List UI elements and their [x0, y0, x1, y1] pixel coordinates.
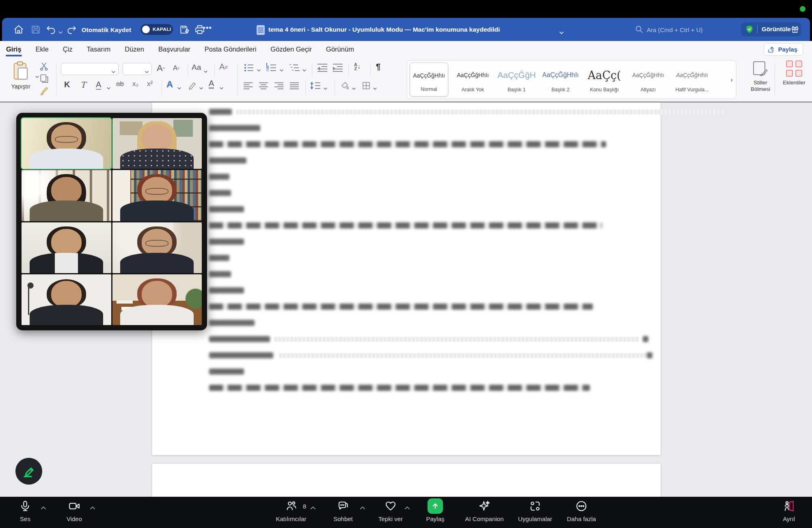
styles-scroll-arrow[interactable]: ›	[730, 76, 733, 84]
decrease-indent-icon[interactable]	[317, 63, 328, 72]
tab-gorunum[interactable]: Görünüm	[326, 42, 354, 56]
highlight-caret[interactable]	[199, 84, 203, 87]
chat-button[interactable]: Sohbet	[319, 499, 367, 522]
participants-menu-caret[interactable]	[310, 504, 316, 508]
participant-video-6[interactable]	[112, 222, 202, 273]
sort-icon[interactable]: AZ↓	[354, 62, 361, 71]
text-effects-button[interactable]: A	[166, 79, 173, 90]
styles-pane-button[interactable]: StillerBölmesi	[746, 60, 775, 93]
font-color-caret[interactable]	[219, 84, 224, 87]
redo-icon[interactable]	[66, 24, 77, 35]
increase-indent-icon[interactable]	[333, 63, 343, 72]
home-icon[interactable]	[13, 24, 24, 35]
bullet-list-caret[interactable]	[257, 66, 261, 69]
apps-button[interactable]: Uygulamalar	[511, 499, 559, 522]
annotate-pencil-button[interactable]	[15, 458, 42, 485]
tab-duzen[interactable]: Düzen	[124, 42, 145, 56]
video-button[interactable]: Video	[50, 499, 99, 522]
participant-video-5[interactable]	[22, 222, 111, 273]
line-spacing-caret[interactable]	[323, 84, 328, 87]
more-button[interactable]: Daha fazla	[557, 499, 606, 522]
change-case-button[interactable]: Aa	[192, 63, 208, 72]
style-konu-basligi[interactable]: AaÇç( Konu Başlığı	[585, 62, 624, 97]
share-document-button[interactable]: Paylaş	[764, 43, 803, 56]
video-menu-caret[interactable]	[90, 504, 95, 508]
clear-formatting-button[interactable]: A⌀	[219, 62, 228, 71]
paste-button[interactable]: Yapıştır	[7, 60, 34, 99]
grow-font-button[interactable]: A˄	[157, 63, 165, 73]
style-altyazi[interactable]: AaÇçĞğHhIı Altyazı	[629, 62, 667, 97]
style-aralik-yok[interactable]: AaÇçĞğHhIı Aralık Yok	[454, 62, 492, 97]
share-screen-button[interactable]: Paylaş	[411, 499, 460, 522]
show-paragraph-marks-icon[interactable]: ¶	[376, 62, 380, 71]
audio-button[interactable]: Ses	[1, 499, 50, 522]
shading-icon[interactable]	[340, 81, 350, 91]
undo-menu-caret[interactable]	[58, 28, 63, 32]
italic-button[interactable]: T	[80, 80, 86, 90]
underline-button[interactable]: A	[96, 80, 101, 90]
justify-icon[interactable]	[290, 82, 300, 91]
align-left-icon[interactable]	[244, 82, 253, 91]
text-effects-caret[interactable]	[177, 84, 181, 87]
more-commands-icon[interactable]: •••	[203, 23, 212, 32]
autosave-toggle[interactable]: KAPALI	[140, 24, 173, 35]
tab-ekle[interactable]: Ekle	[35, 42, 49, 56]
tab-giris[interactable]: Giriş	[6, 42, 22, 56]
superscript-button[interactable]: x²	[147, 80, 153, 88]
participant-video-1-active-speaker[interactable]	[22, 118, 111, 169]
ai-companion-button[interactable]: AI Companion	[460, 499, 509, 522]
underline-menu-caret[interactable]	[106, 84, 111, 87]
view-mode-group[interactable]: Görüntüle	[741, 22, 801, 37]
shading-caret[interactable]	[352, 84, 356, 87]
copy-icon[interactable]	[39, 78, 50, 85]
borders-caret[interactable]	[373, 84, 377, 87]
numbered-list-caret[interactable]	[279, 66, 284, 69]
bold-button[interactable]: K	[64, 80, 70, 89]
reactions-menu-caret[interactable]	[404, 504, 410, 508]
highlight-button[interactable]	[188, 81, 197, 91]
document-page-2[interactable]	[152, 464, 661, 497]
chat-menu-caret[interactable]	[360, 504, 365, 508]
subscript-button[interactable]: x₂	[132, 80, 138, 88]
save-as-icon[interactable]	[179, 24, 190, 35]
style-hafif-vurgulama[interactable]: AaÇçĞğHhIı Hafif Vurgula...	[673, 62, 711, 97]
style-baslik-1[interactable]: AaÇçĞğH Başlık 1	[497, 62, 536, 97]
align-right-icon[interactable]	[274, 82, 284, 91]
search-input[interactable]	[646, 24, 729, 36]
document-page-1[interactable]	[152, 102, 661, 455]
audio-menu-caret[interactable]	[41, 504, 46, 508]
tab-ciz[interactable]: Çiz	[63, 42, 73, 56]
reactions-button[interactable]: Tepki ver	[366, 499, 415, 522]
participants-button[interactable]: Katılımcılar	[267, 499, 315, 522]
video-gallery-panel[interactable]	[16, 113, 207, 330]
tab-tasarim[interactable]: Tasarım	[86, 42, 111, 56]
bullet-list-icon[interactable]	[244, 63, 254, 72]
style-baslik-2[interactable]: AaÇçĞğHhIı Başlık 2	[541, 62, 580, 97]
numbered-list-icon[interactable]	[266, 63, 277, 72]
participant-video-8[interactable]	[112, 274, 202, 325]
undo-icon[interactable]	[46, 24, 56, 35]
tab-basvurular[interactable]: Başvurular	[158, 42, 191, 56]
style-normal[interactable]: AaÇçĞğHhIı Normal	[410, 62, 448, 97]
strikethrough-button[interactable]: ab	[116, 80, 124, 88]
participant-video-2[interactable]	[112, 118, 202, 169]
title-menu-caret[interactable]	[559, 29, 564, 32]
font-name-combo[interactable]	[61, 63, 119, 75]
shrink-font-button[interactable]: A˅	[173, 64, 180, 72]
save-icon[interactable]	[30, 24, 41, 35]
font-color-button[interactable]: A	[209, 79, 214, 89]
font-size-combo[interactable]	[123, 63, 152, 75]
multilevel-list-icon[interactable]	[289, 63, 300, 72]
tab-gozden-gecir[interactable]: Gözden Geçir	[270, 42, 312, 56]
align-center-icon[interactable]	[259, 82, 269, 91]
borders-icon[interactable]	[361, 81, 371, 91]
participant-video-4[interactable]	[112, 170, 202, 221]
multilevel-list-caret[interactable]	[302, 66, 307, 69]
participant-video-3[interactable]	[22, 170, 111, 221]
format-painter-icon[interactable]	[39, 91, 50, 97]
participant-video-7[interactable]	[22, 274, 111, 325]
line-spacing-icon[interactable]	[311, 82, 322, 91]
tab-posta-gonderileri[interactable]: Posta Gönderileri	[204, 42, 257, 56]
cut-icon[interactable]	[39, 66, 50, 73]
addins-button[interactable]: Eklentiler	[779, 60, 810, 86]
